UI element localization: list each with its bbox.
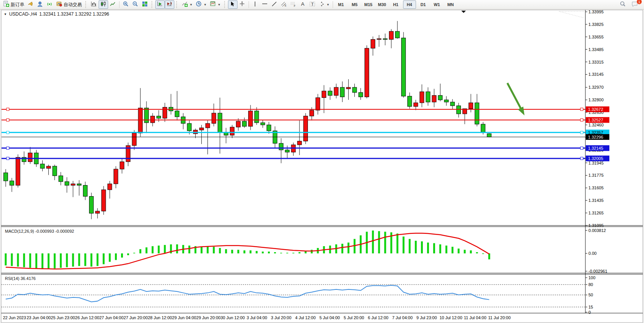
auto-scroll-button[interactable] xyxy=(155,0,165,9)
hline-handle[interactable] xyxy=(580,108,583,110)
autotrading-button[interactable]: 自动交易 xyxy=(54,0,83,9)
time-axis-label[interactable]: 10 Jul 12:00 xyxy=(440,315,462,320)
timeframe-M30[interactable]: M30 xyxy=(376,0,389,9)
macd-histogram-bar xyxy=(29,253,31,268)
crosshair-button[interactable] xyxy=(238,0,247,9)
timeframe-M1[interactable]: M1 xyxy=(335,0,348,9)
time-axis-label[interactable]: 29 Jun 20:00 xyxy=(196,315,221,320)
chart-shift-button[interactable] xyxy=(165,0,174,9)
candlestick-chart-button[interactable] xyxy=(99,0,108,9)
signals-button[interactable] xyxy=(45,0,54,9)
toolbar-grip xyxy=(224,1,226,8)
time-axis-label[interactable]: 6 Jul 12:00 xyxy=(368,315,389,320)
template-icon xyxy=(210,1,216,8)
time-axis-label[interactable]: 11 Jul 20:00 xyxy=(488,315,510,320)
timeframe-W1[interactable]: W1 xyxy=(430,0,443,9)
time-axis-label[interactable]: 27 Jun 04:00 xyxy=(99,315,124,320)
time-axis-label[interactable]: 23 Jun 04:00 xyxy=(27,315,51,320)
macd-histogram-bar xyxy=(127,253,129,255)
macd-histogram-bar xyxy=(60,253,62,268)
candle-down xyxy=(89,197,94,213)
shapes-caret-icon: ▼ xyxy=(327,3,330,6)
line-chart-button[interactable] xyxy=(108,0,118,9)
search-button[interactable] xyxy=(618,0,628,9)
candle-up xyxy=(138,108,142,133)
cursor-button[interactable] xyxy=(228,0,238,9)
vertical-line-button[interactable] xyxy=(250,0,260,9)
time-axis-label[interactable]: 11 Jul 04:00 xyxy=(464,315,486,320)
rsi-name: RSI(14) xyxy=(5,276,19,281)
timeframe-D1[interactable]: D1 xyxy=(417,0,430,9)
time-axis-label[interactable]: 22 Jun 2023 xyxy=(3,315,26,320)
candle-down xyxy=(402,38,406,96)
horizontal-line-button[interactable] xyxy=(260,0,269,9)
time-axis-label[interactable]: 4 Jul 12:00 xyxy=(295,315,316,320)
periods-button[interactable]: ▼ xyxy=(194,0,208,9)
candle-up xyxy=(249,111,253,126)
hline-handle[interactable] xyxy=(580,157,583,160)
time-axis-label[interactable]: 7 Jul 04:00 xyxy=(392,315,413,320)
timeframe-MN[interactable]: MN xyxy=(444,0,457,9)
hline-handle[interactable] xyxy=(6,108,9,110)
candle-down xyxy=(4,173,8,181)
fibonacci-button[interactable]: F xyxy=(289,0,298,9)
shapes-dropdown-button[interactable]: ▼ xyxy=(317,0,331,9)
candle-up xyxy=(414,103,418,107)
hline-handle[interactable] xyxy=(6,147,9,149)
hline-handle[interactable] xyxy=(6,131,9,134)
new-order-button[interactable]: 新订单 xyxy=(2,0,26,9)
time-axis-label[interactable]: 5 Jul 04:00 xyxy=(319,315,340,320)
hline-handle[interactable] xyxy=(580,147,583,149)
alerts-horn-button[interactable] xyxy=(26,0,35,9)
time-axis-label[interactable]: 29 Jun 04:00 xyxy=(172,315,196,320)
time-axis-label[interactable]: 3 Jul 04:00 xyxy=(247,315,267,320)
time-axis-label[interactable]: 9 Jul 23:00 xyxy=(416,315,437,320)
candle-up xyxy=(120,162,124,169)
macd-histogram-bar xyxy=(238,250,239,253)
rsi-value: 36.4176 xyxy=(21,276,36,281)
timeframe-H4[interactable]: H4 xyxy=(403,0,416,9)
text-label-button[interactable]: T xyxy=(308,0,317,9)
time-axis-label[interactable]: 28 Jun 12:00 xyxy=(148,315,172,320)
hline-handle[interactable] xyxy=(580,118,583,121)
zoom-out-button[interactable] xyxy=(131,0,140,9)
rsi-axis-label: 80 xyxy=(588,282,593,287)
time-axis-label[interactable]: 5 Jul 20:00 xyxy=(344,315,364,320)
macd-histogram-bar xyxy=(250,250,252,253)
hline-handle[interactable] xyxy=(580,131,583,134)
chart-context-icon[interactable]: ▼ xyxy=(4,13,7,16)
timeframe-M15[interactable]: M15 xyxy=(362,0,375,9)
trendline-button[interactable] xyxy=(269,0,279,9)
toolbar-separator xyxy=(249,1,249,8)
price-tick-label: 1.31435 xyxy=(588,198,604,203)
macd-name: MACD(12,26,9) xyxy=(5,229,34,233)
equidistant-channel-button[interactable]: E xyxy=(279,0,289,9)
timeframe-M5[interactable]: M5 xyxy=(348,0,361,9)
time-axis-label[interactable]: 26 Jun 12:00 xyxy=(75,315,99,320)
time-axis-label[interactable]: 30 Jun 12:00 xyxy=(220,315,245,320)
timeframe-H1[interactable]: H1 xyxy=(389,0,402,9)
time-axis-label[interactable]: 3 Jul 20:00 xyxy=(271,315,292,320)
rsi-label: RSI(14) 36.4176 xyxy=(5,276,36,281)
bar-chart-button[interactable] xyxy=(89,0,99,9)
hline-handle[interactable] xyxy=(6,118,9,121)
zoom-in-button[interactable] xyxy=(121,0,131,9)
time-axis-label[interactable]: 25 Jun 23:00 xyxy=(51,315,75,320)
community-button[interactable] xyxy=(35,0,45,9)
templates-button[interactable]: ▼ xyxy=(208,0,222,9)
macd-histogram-bar xyxy=(201,247,202,253)
fibonacci-icon: F xyxy=(290,1,296,8)
trendline-icon xyxy=(271,1,277,8)
macd-histogram-bar xyxy=(378,231,380,253)
chart-window: 1.339951.338251.336551.334851.333151.331… xyxy=(0,10,644,323)
chart-canvas[interactable]: 1.339951.338251.336551.334851.333151.331… xyxy=(1,10,643,323)
time-axis-label[interactable]: 27 Jun 20:00 xyxy=(124,315,148,320)
chat-button[interactable]: 1 xyxy=(630,0,640,9)
zoom-out-icon xyxy=(132,1,139,8)
tile-windows-button[interactable] xyxy=(140,0,150,9)
macd-histogram-bar xyxy=(41,253,43,269)
text-button[interactable]: A xyxy=(298,0,308,9)
indicators-button[interactable]: ▼ xyxy=(180,0,194,9)
hline-handle[interactable] xyxy=(6,157,9,160)
macd-values: -0.000993 -0.000092 xyxy=(35,229,74,233)
